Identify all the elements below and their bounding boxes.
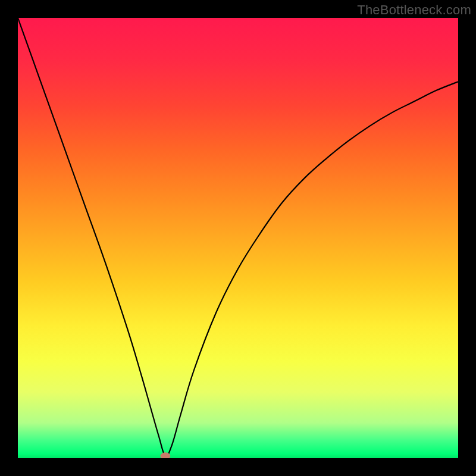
watermark-text: TheBottleneck.com — [357, 2, 471, 18]
chart-plot-area — [18, 18, 458, 458]
minimum-marker — [161, 453, 170, 458]
bottleneck-curve — [18, 18, 458, 456]
chart-svg — [18, 18, 458, 458]
